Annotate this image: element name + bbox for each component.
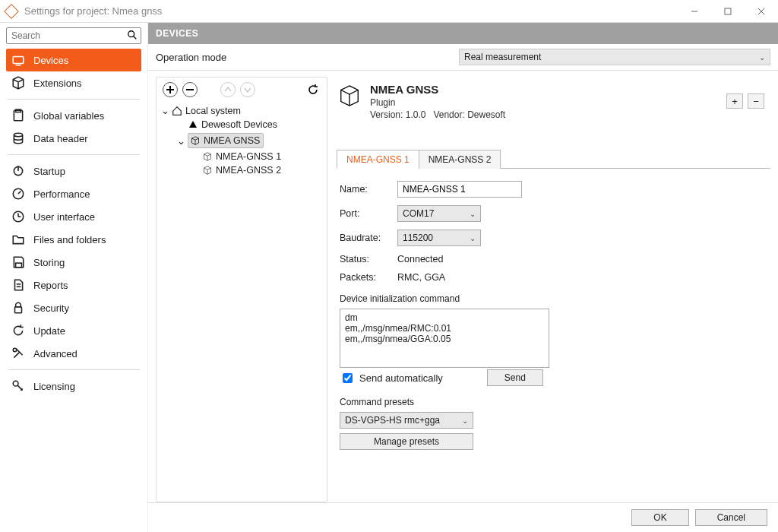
device-tabs: NMEA-GNSS 1 NMEA-GNSS 2 bbox=[337, 149, 770, 169]
sidebar-item-label: Global variables bbox=[33, 110, 104, 122]
database-icon bbox=[11, 131, 26, 145]
sidebar-item-data-header[interactable]: Data header bbox=[6, 127, 141, 150]
sidebar-item-performance[interactable]: Performance bbox=[6, 182, 141, 205]
cube-icon bbox=[202, 151, 213, 162]
sidebar-item-licensing[interactable]: Licensing bbox=[6, 375, 141, 397]
content-area: DEVICES Operation mode Real measurement … bbox=[148, 23, 778, 532]
status-label: Status: bbox=[340, 254, 397, 264]
chevron-down-icon: ⌄ bbox=[470, 234, 476, 242]
tree-item-label: Dewesoft Devices bbox=[201, 119, 277, 130]
close-button[interactable] bbox=[745, 0, 778, 23]
tree-item-nmea2[interactable]: NMEA-GNSS 2 bbox=[202, 163, 322, 177]
app-logo-icon bbox=[4, 4, 19, 19]
move-down-button[interactable] bbox=[240, 82, 255, 97]
cube-icon bbox=[202, 165, 213, 176]
refresh-tree-button[interactable] bbox=[305, 82, 321, 97]
sidebar-item-devices[interactable]: Devices bbox=[6, 49, 141, 71]
move-up-button[interactable] bbox=[220, 82, 236, 97]
send-auto-checkbox[interactable] bbox=[343, 373, 353, 383]
sidebar-item-label: Advanced bbox=[33, 348, 77, 359]
search-input[interactable] bbox=[10, 30, 127, 42]
tree-item-label: NMEA-GNSS 1 bbox=[216, 151, 281, 162]
sidebar-item-label: User interface bbox=[33, 211, 95, 223]
sidebar-item-storing[interactable]: Storing bbox=[6, 251, 141, 274]
document-icon bbox=[11, 278, 26, 292]
sidebar-item-security[interactable]: Security bbox=[6, 296, 141, 319]
add-device-button[interactable] bbox=[163, 82, 178, 97]
sidebar-item-global-vars[interactable]: Global variables bbox=[6, 104, 141, 127]
svg-rect-6 bbox=[13, 57, 24, 64]
sidebar-item-ui[interactable]: User interface bbox=[6, 205, 141, 228]
svg-rect-18 bbox=[16, 263, 22, 268]
sidebar-item-update[interactable]: Update bbox=[6, 319, 141, 342]
tree-root[interactable]: ⌄ Local system bbox=[161, 103, 322, 118]
ok-button[interactable]: OK bbox=[631, 509, 688, 526]
tab-nmea1[interactable]: NMEA-GNSS 1 bbox=[337, 150, 419, 169]
tree-expander[interactable]: ⌄ bbox=[161, 105, 169, 116]
svg-rect-1 bbox=[725, 8, 731, 14]
device-tree: ⌄ Local system Dewesoft Devices ⌄ bbox=[157, 102, 327, 182]
tab-nmea2[interactable]: NMEA-GNSS 2 bbox=[419, 150, 501, 169]
svg-marker-29 bbox=[189, 121, 197, 128]
search-box[interactable] bbox=[6, 27, 141, 44]
tree-item-nmea-parent[interactable]: ⌄ NMEA GNSS bbox=[177, 131, 322, 150]
sidebar-item-startup[interactable]: Startup bbox=[6, 160, 141, 182]
key-icon bbox=[11, 379, 26, 393]
titlebar: Settings for project: Nmea gnss bbox=[0, 0, 778, 23]
manage-presets-button[interactable]: Manage presets bbox=[340, 433, 473, 450]
chevron-down-icon: ⌄ bbox=[759, 53, 765, 62]
baudrate-select[interactable]: 115200⌄ bbox=[397, 230, 481, 246]
chevron-down-icon: ⌄ bbox=[462, 416, 468, 425]
tree-root-label: Local system bbox=[185, 106, 241, 116]
chevron-down-icon: ⌄ bbox=[470, 210, 476, 218]
refresh-icon bbox=[11, 324, 26, 337]
add-tab-button[interactable]: + bbox=[726, 93, 743, 109]
name-input[interactable] bbox=[397, 181, 522, 198]
operation-mode-label: Operation mode bbox=[156, 52, 226, 63]
device-title: NMEA GNSS bbox=[370, 83, 505, 96]
clipboard-icon bbox=[11, 109, 26, 122]
operation-mode-row: Operation mode Real measurement ⌄ bbox=[148, 44, 778, 71]
tools-icon bbox=[11, 347, 26, 360]
sidebar-item-reports[interactable]: Reports bbox=[6, 274, 141, 296]
sidebar-item-label: Devices bbox=[33, 55, 68, 66]
init-cmd-textarea[interactable]: dm em,,/msg/nmea/RMC:0.01 em,,/msg/nmea/… bbox=[340, 309, 549, 368]
operation-mode-select[interactable]: Real measurement ⌄ bbox=[459, 49, 770, 65]
sidebar-item-label: Performance bbox=[33, 188, 90, 200]
section-header: DEVICES bbox=[148, 23, 778, 44]
sidebar-item-label: Data header bbox=[33, 133, 88, 144]
device-cube-icon bbox=[338, 84, 361, 107]
cancel-button[interactable]: Cancel bbox=[695, 509, 767, 526]
maximize-button[interactable] bbox=[711, 0, 745, 23]
gauge-icon bbox=[11, 187, 26, 201]
send-auto-label: Send automatically bbox=[359, 372, 443, 384]
remove-tab-button[interactable]: − bbox=[748, 93, 764, 109]
operation-mode-value: Real measurement bbox=[464, 52, 541, 62]
sidebar-item-label: Storing bbox=[33, 257, 65, 268]
sidebar-item-extensions[interactable]: Extensions bbox=[6, 71, 141, 94]
svg-point-4 bbox=[128, 30, 134, 36]
remove-device-button[interactable] bbox=[182, 82, 198, 97]
sidebar-item-label: Extensions bbox=[33, 78, 82, 89]
sidebar-item-files[interactable]: Files and folders bbox=[6, 228, 141, 251]
minimize-button[interactable] bbox=[678, 0, 711, 23]
tree-item-label: NMEA GNSS bbox=[204, 135, 260, 146]
tree-item-dewesoft[interactable]: Dewesoft Devices bbox=[177, 118, 322, 131]
send-button[interactable]: Send bbox=[487, 369, 543, 386]
tree-item-nmea1[interactable]: NMEA-GNSS 1 bbox=[202, 150, 322, 163]
port-select[interactable]: COM17⌄ bbox=[397, 205, 481, 222]
sidebar-item-label: Startup bbox=[33, 166, 65, 177]
tree-expander[interactable]: ⌄ bbox=[177, 135, 185, 147]
baudrate-label: Baudrate: bbox=[340, 233, 397, 243]
device-subtitle: Plugin bbox=[370, 97, 505, 108]
cube-icon bbox=[190, 135, 201, 146]
sidebar-item-label: Files and folders bbox=[33, 234, 106, 245]
device-meta: Version: 1.0.0 Vendor: Dewesoft bbox=[370, 109, 505, 120]
triangle-icon bbox=[188, 119, 198, 130]
device-tree-panel: ⌄ Local system Dewesoft Devices ⌄ bbox=[156, 77, 327, 502]
preset-select[interactable]: DS-VGPS-HS rmc+gga⌄ bbox=[340, 412, 473, 429]
cube-icon bbox=[11, 76, 26, 90]
sidebar-item-label: Licensing bbox=[33, 381, 75, 392]
folder-icon bbox=[11, 233, 26, 246]
sidebar-item-advanced[interactable]: Advanced bbox=[6, 342, 141, 365]
